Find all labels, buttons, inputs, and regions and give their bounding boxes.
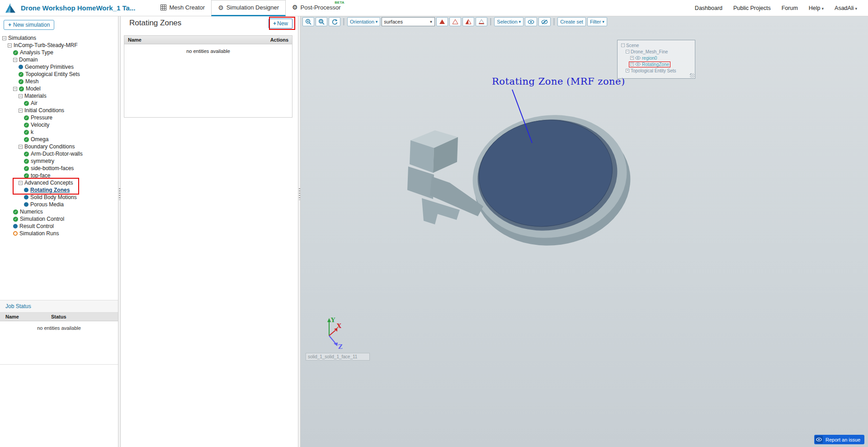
scene-item-region0[interactable]: +region0	[619, 55, 694, 61]
triangle-half-icon	[465, 19, 472, 24]
nav-link-dashboard[interactable]: Dashboard	[695, 5, 722, 11]
tree-item-numerics[interactable]: ✓Numerics	[0, 208, 118, 215]
hide-selection-button[interactable]	[538, 17, 551, 26]
tab-post-processor[interactable]: BETA ⚙ Post-Processor	[286, 0, 347, 16]
create-set-button[interactable]: Create set	[557, 17, 586, 26]
face-name-chip: solid_1_solid_1_face_11	[306, 353, 370, 361]
tree-item-simulation-control[interactable]: ✓Simulation Control	[0, 215, 118, 223]
nav-link-forum[interactable]: Forum	[782, 5, 798, 11]
render-surface-edge-button[interactable]	[476, 17, 487, 26]
expand-icon[interactable]: +	[626, 69, 629, 72]
orientation-label: Orientation	[350, 19, 374, 24]
tree-item-label: Boundary Conditions	[24, 143, 75, 150]
render-mode-select[interactable]: surfaces ▼	[382, 17, 435, 26]
tree-item-topological-entity-sets[interactable]: ✓Topological Entity Sets	[0, 71, 118, 78]
collapse-icon[interactable]: −	[13, 58, 17, 62]
eye-icon[interactable]	[635, 62, 641, 66]
new-rotating-zone-button[interactable]: + New	[269, 19, 292, 29]
nav-link-asadali[interactable]: AsadAli▾	[835, 5, 857, 11]
tab-mesh-creator[interactable]: Mesh Creator	[154, 0, 211, 16]
tree-item-simulations[interactable]: −Simulations	[0, 34, 118, 42]
scene-tree-overlay[interactable]: −Scene−Drone_Mesh_Fine+region0+RotatingZ…	[617, 40, 695, 79]
status-dot-icon	[24, 188, 28, 192]
collapse-icon[interactable]: −	[19, 145, 23, 149]
tree-item-incomp-turb-steady-mrf[interactable]: −InComp-Turb-Steady-MRF	[0, 42, 118, 49]
tree-item-advanced-concepts[interactable]: −Advanced Concepts	[0, 179, 118, 186]
tree-item-omega[interactable]: ✓Omega	[0, 136, 118, 143]
selection-dropdown[interactable]: Selection ▾	[494, 17, 524, 26]
collapse-icon[interactable]: −	[19, 181, 23, 185]
tree-item-porous-media[interactable]: Porous Media	[0, 201, 118, 208]
tree-item-air[interactable]: ✓Air	[0, 100, 118, 107]
new-simulation-button[interactable]: + New simulation	[4, 20, 54, 30]
zoom-in-icon	[305, 19, 311, 25]
tree-item-label: Mesh	[25, 78, 38, 85]
tree-item-rotating-zones[interactable]: Rotating Zones	[0, 186, 118, 194]
chevron-down-icon: ▾	[519, 19, 521, 24]
tree-item-pressure[interactable]: ✓Pressure	[0, 114, 118, 121]
entities-table-header: Name Actions	[124, 36, 292, 44]
collapse-icon[interactable]: −	[8, 43, 12, 48]
status-complete-icon: ✓	[24, 173, 29, 178]
collapse-icon[interactable]: −	[13, 87, 17, 91]
eye-icon[interactable]	[635, 56, 641, 60]
project-title[interactable]: Drone Workshop HomeWork_1 Ta...	[21, 4, 135, 12]
simscale-logo-icon[interactable]	[5, 2, 16, 14]
tree-item-analysis-type[interactable]: ✓Analysis Type	[0, 49, 118, 56]
tree-item-initial-conditions[interactable]: −Initial Conditions	[0, 107, 118, 114]
tree-item-result-control[interactable]: Result Control	[0, 223, 118, 230]
render-surface-solid-button[interactable]	[436, 17, 448, 26]
splitter-grip-icon[interactable]	[119, 188, 120, 200]
tree-item-label: Simulation Control	[20, 216, 64, 222]
scene-item-drone-mesh-fine[interactable]: −Drone_Mesh_Fine	[619, 48, 694, 55]
collapse-icon[interactable]: −	[621, 43, 625, 47]
simulation-sidebar: + New simulation −Simulations−InComp-Tur…	[0, 16, 118, 447]
collapse-icon[interactable]: −	[2, 36, 6, 40]
tab-simulation-designer[interactable]: ⚙ Simulation Designer	[211, 0, 286, 16]
filter-dropdown[interactable]: Filter ▾	[587, 17, 607, 26]
zoom-in-button[interactable]	[302, 17, 314, 26]
viewport-3d[interactable]: Orientation ▾ surfaces ▼	[301, 16, 868, 447]
tree-item-simulation-runs[interactable]: Simulation Runs	[0, 230, 118, 237]
tree-item-boundary-conditions[interactable]: −Boundary Conditions	[0, 143, 118, 150]
status-complete-icon: ✓	[24, 166, 29, 171]
scene-item-label: Topological Entity Sets	[631, 68, 676, 73]
refresh-icon	[331, 19, 338, 25]
show-hidden-button[interactable]	[525, 17, 537, 26]
tree-item-velocity[interactable]: ✓Velocity	[0, 121, 118, 128]
resize-handle-icon[interactable]	[690, 73, 694, 78]
render-surface-half-button[interactable]	[462, 17, 474, 26]
report-issue-button[interactable]: Report an issue	[814, 435, 864, 444]
tree-item-model[interactable]: −✓Model	[0, 85, 118, 92]
new-button-label: New	[277, 20, 288, 27]
tree-item-geometry-primitives[interactable]: Geometry Primitives	[0, 63, 118, 71]
tree-item-materials[interactable]: −Materials	[0, 92, 118, 100]
splitter-grip-icon[interactable]	[299, 188, 300, 200]
tree-item-symmetry[interactable]: ✓symmetry	[0, 157, 118, 165]
tree-item-label: Air	[31, 100, 38, 106]
scene-item-scene[interactable]: −Scene	[619, 42, 694, 48]
scene-item-rotatingzone[interactable]: +RotatingZone	[619, 61, 694, 67]
reset-view-button[interactable]	[329, 17, 340, 26]
tree-item-side-bottom-faces[interactable]: ✓side-bottom-faces	[0, 165, 118, 172]
tree-item-mesh[interactable]: ✓Mesh	[0, 78, 118, 85]
nav-link-help[interactable]: Help▾	[809, 5, 824, 11]
tree-item-solid-body-motions[interactable]: Solid Body Motions	[0, 194, 118, 201]
scene-item-topological-entity-sets[interactable]: +Topological Entity Sets	[619, 67, 694, 74]
expand-icon[interactable]: +	[630, 56, 634, 60]
zoom-fit-button[interactable]	[316, 17, 327, 26]
tree-item-top-face[interactable]: ✓top-face	[0, 172, 118, 179]
simulation-tree: −Simulations−InComp-Turb-Steady-MRF✓Anal…	[0, 31, 118, 237]
expand-icon[interactable]: +	[630, 62, 634, 66]
render-surface-outline-button[interactable]	[449, 17, 461, 26]
collapse-icon[interactable]: −	[19, 109, 23, 113]
job-status-empty: no entities available	[0, 321, 118, 365]
collapse-icon[interactable]: −	[626, 50, 629, 53]
tree-item-arm-duct-rotor-walls[interactable]: ✓Arm-Duct-Rotor-walls	[0, 150, 118, 157]
collapse-icon[interactable]: −	[19, 94, 23, 98]
tree-item-k[interactable]: ✓k	[0, 128, 118, 136]
nav-link-public-projects[interactable]: Public Projects	[733, 5, 771, 11]
orientation-dropdown[interactable]: Orientation ▾	[347, 17, 380, 26]
tree-item-domain[interactable]: −Domain	[0, 56, 118, 63]
scene-item-label: Scene	[626, 43, 639, 48]
